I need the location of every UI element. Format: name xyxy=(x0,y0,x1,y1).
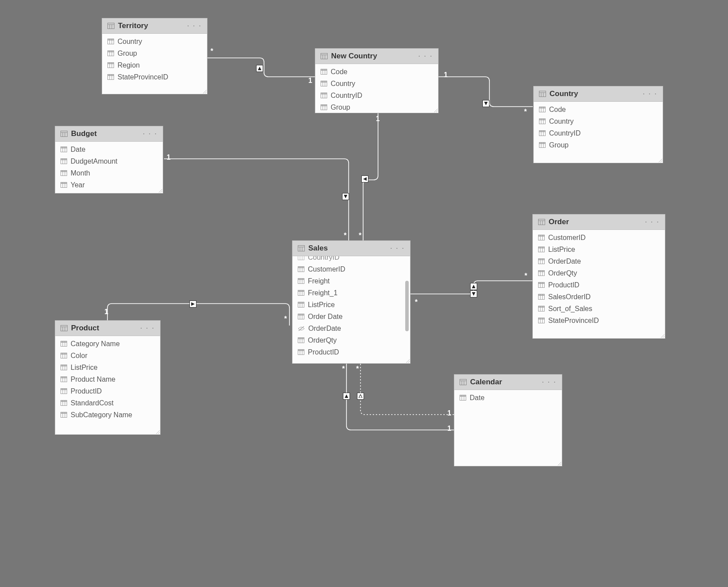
field-row[interactable]: Order Date xyxy=(293,311,410,322)
more-options-button[interactable]: · · · xyxy=(417,52,434,61)
field-row[interactable]: Region xyxy=(102,59,207,71)
field-row[interactable]: DudgetAmount xyxy=(55,155,163,167)
table-header[interactable]: Territory· · · xyxy=(102,18,207,34)
resize-handle[interactable] xyxy=(155,430,160,434)
field-row[interactable]: StateProvinceID xyxy=(533,315,665,326)
field-row[interactable]: Category Name xyxy=(55,338,160,350)
table-header[interactable]: Sales· · · xyxy=(293,241,410,256)
more-options-button[interactable]: · · · xyxy=(644,218,660,226)
table-header[interactable]: New Country· · · xyxy=(315,49,438,64)
table-card-new-country[interactable]: New Country· · ·CodeCountryCountryIDGrou… xyxy=(315,48,439,113)
column-icon xyxy=(61,353,67,358)
svg-rect-48 xyxy=(321,105,327,106)
resize-handle[interactable] xyxy=(660,333,664,338)
field-row[interactable]: Product Name xyxy=(55,373,160,385)
field-row[interactable]: SubCategory Name xyxy=(55,409,160,421)
field-row[interactable]: Freight_1 xyxy=(293,287,410,299)
field-row[interactable]: Sort_of_Sales xyxy=(533,303,665,315)
table-header[interactable]: Product· · · xyxy=(55,321,160,336)
svg-rect-145 xyxy=(539,247,545,248)
field-row[interactable]: Color xyxy=(55,350,160,362)
field-row[interactable]: StandardCost xyxy=(55,397,160,409)
svg-rect-26 xyxy=(108,75,114,76)
resize-handle-icon xyxy=(658,158,662,162)
field-row[interactable]: Freight xyxy=(293,275,410,287)
table-header[interactable]: Country· · · xyxy=(534,86,663,102)
field-row[interactable]: Group xyxy=(534,139,663,151)
field-row[interactable]: SalesOrderID xyxy=(533,291,665,303)
field-label: CustomerID xyxy=(308,265,345,273)
field-row[interactable]: OrderDate xyxy=(293,322,410,334)
resize-handle[interactable] xyxy=(557,461,561,465)
svg-rect-58 xyxy=(539,107,546,108)
scrollbar-thumb[interactable] xyxy=(405,281,409,331)
model-canvas[interactable]: * 1 1 * 1 * 1 * 1 * * * * * 1 1 Territor… xyxy=(0,0,728,587)
table-card-order[interactable]: Order· · ·CustomerIDListPriceOrderDateOr… xyxy=(532,214,665,339)
field-row[interactable]: CustomerID xyxy=(293,263,410,275)
svg-rect-118 xyxy=(298,302,304,304)
field-row[interactable]: ListPrice xyxy=(55,362,160,373)
field-label: Group xyxy=(549,141,568,149)
field-row[interactable]: StateProvinceID xyxy=(102,71,207,83)
field-row[interactable]: OrderQty xyxy=(533,267,665,279)
field-row[interactable]: CountryID xyxy=(315,89,438,101)
field-row[interactable]: ProductID xyxy=(533,279,665,291)
field-row[interactable]: Country xyxy=(315,78,438,89)
resize-handle[interactable] xyxy=(658,158,662,162)
field-row[interactable]: Year xyxy=(55,179,163,191)
field-label: OrderQty xyxy=(308,336,337,344)
column-icon xyxy=(538,235,545,240)
field-row[interactable]: Country xyxy=(102,36,207,47)
table-card-country[interactable]: Country· · ·CodeCountryCountryIDGroup xyxy=(533,86,663,163)
field-row[interactable]: ListPrice xyxy=(533,243,665,255)
svg-line-172 xyxy=(661,334,664,338)
field-row[interactable]: ProductID xyxy=(55,385,160,397)
svg-rect-36 xyxy=(321,69,327,71)
table-card-sales[interactable]: Sales· · ·CountryIDCustomerIDFreightFrei… xyxy=(292,240,410,364)
field-row[interactable]: Date xyxy=(55,143,163,155)
resize-handle[interactable] xyxy=(405,358,410,363)
column-icon xyxy=(539,142,546,148)
more-options-button[interactable]: · · · xyxy=(389,244,406,253)
field-row[interactable]: CountryID xyxy=(293,256,410,263)
column-icon xyxy=(538,258,545,264)
field-row[interactable]: ProductID xyxy=(293,346,410,358)
more-options-button[interactable]: · · · xyxy=(186,21,203,30)
field-row[interactable]: OrderQty xyxy=(293,334,410,346)
field-row[interactable]: CustomerID xyxy=(533,232,665,243)
table-card-product[interactable]: Product· · ·Category NameColorListPriceP… xyxy=(55,320,161,435)
svg-rect-40 xyxy=(321,81,327,82)
field-row[interactable]: Country xyxy=(534,115,663,127)
resize-handle[interactable] xyxy=(158,188,162,193)
table-card-budget[interactable]: Budget· · ·DateDudgetAmountMonthYear xyxy=(55,126,163,193)
more-options-button[interactable]: · · · xyxy=(139,324,156,333)
field-label: StandardCost xyxy=(71,399,114,407)
field-row[interactable]: OrderDate xyxy=(533,255,665,267)
field-list: CountryGroupRegionStateProvinceID xyxy=(102,34,207,94)
field-row[interactable]: Date xyxy=(454,392,562,404)
field-row[interactable]: Group xyxy=(315,101,438,113)
resize-handle[interactable] xyxy=(433,108,438,112)
field-row[interactable]: Month xyxy=(55,167,163,179)
more-options-button[interactable]: · · · xyxy=(642,89,658,98)
column-icon xyxy=(298,349,304,355)
table-header[interactable]: Budget· · · xyxy=(55,126,163,142)
filter-direction-icon xyxy=(343,393,350,400)
field-row[interactable]: Code xyxy=(315,66,438,78)
table-header[interactable]: Calendar· · · xyxy=(454,375,562,390)
column-icon xyxy=(298,314,304,319)
column-icon xyxy=(538,294,545,300)
field-row[interactable]: ListPrice xyxy=(293,299,410,311)
table-card-calendar[interactable]: Calendar· · ·Date xyxy=(454,374,562,466)
field-row[interactable]: Code xyxy=(534,104,663,115)
svg-rect-165 xyxy=(539,306,545,308)
table-card-territory[interactable]: Territory· · ·CountryGroupRegionStatePro… xyxy=(102,18,207,94)
field-row[interactable]: CountryID xyxy=(534,127,663,139)
table-header[interactable]: Order· · · xyxy=(533,215,665,230)
field-row[interactable]: Group xyxy=(102,47,207,59)
resize-handle[interactable] xyxy=(202,89,207,93)
table-icon xyxy=(61,325,68,331)
more-options-button[interactable]: · · · xyxy=(541,378,557,387)
more-options-button[interactable]: · · · xyxy=(142,129,158,138)
column-icon xyxy=(61,400,67,406)
